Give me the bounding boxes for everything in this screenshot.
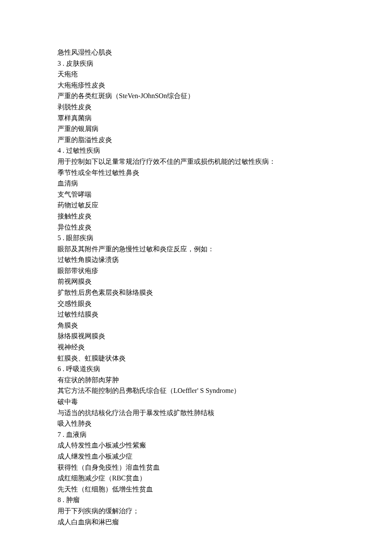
text-line: 用于下列疾病的缓解治疗； (58, 506, 334, 517)
text-line: 严重的各类红斑病（SteVen-JOhnSOn综合征） (58, 90, 334, 102)
text-line: 与适当的抗结核化疗法合用于暴发性或扩散性肺结核 (58, 407, 334, 418)
text-line: 成人继发性血小板减少症 (58, 451, 334, 462)
text-line: 有症状的肺部肉芽肿 (58, 375, 334, 386)
text-line: 破中毒 (58, 396, 334, 407)
text-line: 前视网膜炎 (58, 276, 334, 287)
document-page: 急性风湿性心肌炎 3 . 皮肤疾病 天疱疮 大疱疱疹性皮炎 严重的各类红斑病（S… (0, 0, 392, 555)
text-line: 异位性皮炎 (58, 222, 334, 233)
text-line: 过敏性角膜边缘溃疡 (58, 254, 334, 265)
text-line: 成人白血病和淋巴瘤 (58, 517, 334, 528)
text-line: 角膜炎 (58, 320, 334, 331)
text-line: 7 . 血液病 (58, 429, 334, 440)
text-line: 8 . 肿瘤 (58, 494, 334, 506)
text-line: 吸入性肺炎 (58, 418, 334, 429)
text-line: 交感性眼炎 (58, 298, 334, 309)
text-line: 天疱疮 (58, 69, 334, 80)
text-line: 视神经炎 (58, 342, 334, 353)
text-line: 5 . 眼部疾病 (58, 232, 334, 244)
text-line: 严重的脂溢性皮炎 (58, 134, 334, 145)
text-line: 血清病 (58, 178, 334, 189)
text-line: 虹膜炎、虹膜睫状体炎 (58, 353, 334, 364)
text-line: 其它方法不能控制的吕弗勒氏综合征（LOeffler' S Syndrome） (58, 385, 334, 396)
text-line: 成人特发性血小板减少性紫瘢 (58, 440, 334, 451)
text-line: 药物过敏反应 (58, 200, 334, 211)
text-line: 季节性或全年性过敏性鼻炎 (58, 167, 334, 178)
text-line: 严重的银屑病 (58, 123, 334, 134)
text-line: 眼部带状疱疹 (58, 265, 334, 276)
text-line: 剥脱性皮炎 (58, 102, 334, 113)
text-line: 接触性皮炎 (58, 211, 334, 222)
text-line: 支气管哮喘 (58, 189, 334, 200)
text-line: 急性风湿性心肌炎 (58, 47, 334, 58)
text-line: 用于控制如下以足量常规治疗疗效不佳的严重或损伤机能的过敏性疾病： (58, 156, 334, 167)
text-line: 4 . 过敏性疾病 (58, 145, 334, 156)
text-line: 扩散性后房色素层炎和脉络膜炎 (58, 287, 334, 298)
text-line: 成红细胞减少症（RBC贫血） (58, 473, 334, 484)
text-line: 6 . 呼吸道疾病 (58, 363, 334, 375)
text-line: 眼部及其附件严重的急慢性过敏和炎症反应，例如： (58, 244, 334, 255)
text-line: 大疱疱疹性皮炎 (58, 80, 334, 91)
text-line: 过敏性结膜炎 (58, 309, 334, 320)
text-line: 覃样真菌病 (58, 113, 334, 124)
text-line: 脉络膜视网膜炎 (58, 331, 334, 342)
text-line: 先天性（红细胞）低增生性贫血 (58, 484, 334, 495)
text-line: 3 . 皮肤疾病 (58, 58, 334, 69)
text-line: 获得性（自身免疫性）溶血性贫血 (58, 462, 334, 473)
